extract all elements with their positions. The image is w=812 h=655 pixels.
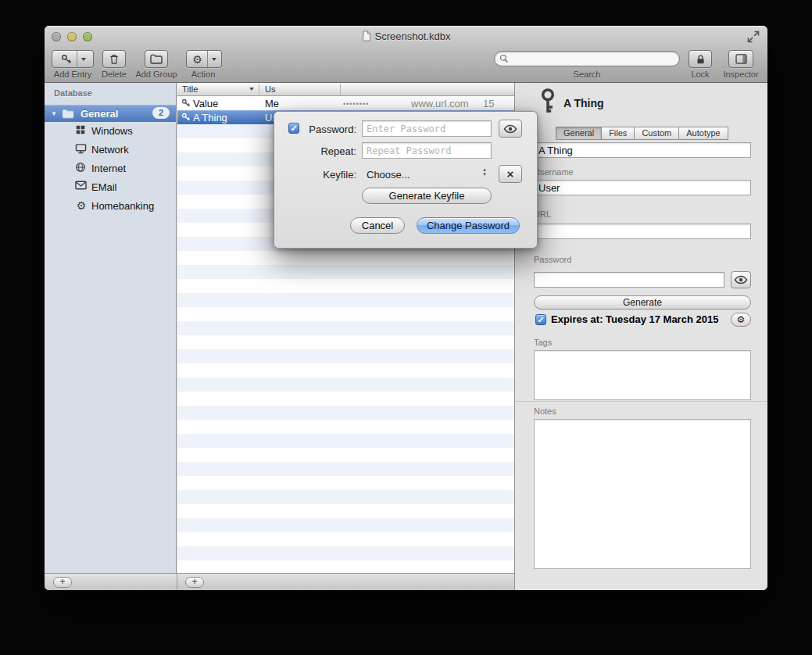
window-title: Screenshot.kdbx [45, 30, 767, 42]
popup-arrows-icon[interactable]: ▲ ▼ [482, 167, 487, 177]
add-entry-dropdown[interactable] [77, 51, 90, 67]
gear-icon: ⚙ [75, 199, 88, 212]
action-button[interactable]: ⚙ [186, 50, 222, 68]
dialog-repeat-label: Repeat: [290, 145, 356, 157]
group-label: General [80, 108, 118, 120]
entry-key-icon [537, 88, 559, 116]
sidebar-item-label: Internet [91, 163, 126, 174]
tab-autotype[interactable]: Autotype [678, 127, 728, 140]
table-row[interactable]: Value Me •••••••• www.url.com 15 [177, 96, 514, 110]
cell-title: Value [193, 98, 218, 109]
delete-button[interactable] [102, 50, 126, 68]
eye-icon [734, 275, 748, 285]
gear-icon: ⚙ [188, 51, 207, 67]
key-icon [181, 98, 191, 108]
expires-row: ✓ Expires at: Tuesday 17 March 2015 [535, 313, 718, 325]
add-group-label: Add Group [129, 70, 184, 79]
tab-general[interactable]: General [556, 127, 602, 140]
search-icon [499, 54, 509, 63]
username-label: Username [534, 167, 574, 177]
new-password-input[interactable] [362, 120, 492, 137]
cell-username: Me [265, 98, 279, 109]
tags-input[interactable] [534, 350, 751, 400]
inspector-pane: A Thing General Files Custom Autotype Us… [514, 83, 767, 590]
show-password-button[interactable] [499, 120, 522, 138]
title-field[interactable] [534, 142, 751, 158]
envelope-icon [75, 181, 88, 193]
folder-icon [150, 54, 163, 64]
sidebar-header: Database [54, 88, 92, 98]
username-field[interactable] [534, 180, 751, 195]
tab-files[interactable]: Files [601, 127, 635, 140]
column-header-username[interactable]: Us [265, 84, 275, 94]
add-group-plus-button[interactable]: + [53, 577, 72, 588]
document-icon [362, 30, 371, 41]
folder-icon [62, 109, 74, 119]
key-icon [181, 113, 191, 122]
arrow-down-icon: ▼ [482, 172, 487, 177]
key-icon [56, 51, 77, 67]
desktop: Screenshot.kdbx ⚙ [0, 0, 812, 655]
chevron-down-icon [81, 58, 86, 61]
sidebar-item-label: Homebanking [91, 200, 154, 212]
cell-modified: 15 [483, 98, 494, 109]
sidebar-item-email[interactable]: EMail [45, 177, 176, 196]
sidebar-item-homebanking[interactable]: ⚙ Homebanking [45, 196, 176, 215]
url-field[interactable] [534, 224, 751, 239]
reveal-password-button[interactable] [731, 271, 751, 288]
add-group-button[interactable] [145, 50, 168, 68]
clear-keyfile-button[interactable]: × [499, 165, 522, 183]
cell-url: www.url.com [411, 98, 469, 109]
sidebar-item-windows[interactable]: Windows [45, 121, 176, 140]
column-divider[interactable] [340, 84, 341, 95]
change-password-dialog: ✓ Password: Repeat: Keyfile: Choose... ▲… [274, 111, 538, 249]
action-dropdown[interactable] [207, 51, 220, 67]
tags-label: Tags [534, 338, 552, 347]
fullscreen-icon[interactable] [747, 30, 760, 43]
password-field[interactable] [534, 272, 724, 288]
tab-custom[interactable]: Custom [634, 127, 679, 140]
expires-settings-button[interactable]: ⚙ [731, 313, 751, 327]
monitor-icon [75, 143, 88, 156]
column-header-title[interactable]: Title [182, 84, 198, 94]
cancel-button[interactable]: Cancel [350, 217, 405, 234]
group-count-badge: 2 [152, 107, 170, 119]
inspector-tabs: General Files Custom Autotype [556, 127, 728, 140]
dialog-keyfile-label: Keyfile: [290, 169, 356, 181]
search-field[interactable] [494, 51, 680, 66]
generate-keyfile-button[interactable]: Generate Keyfile [362, 188, 492, 204]
sidebar-item-internet[interactable]: Internet [45, 159, 176, 177]
group-sidebar: Database ▼ General 2 Windows Network [45, 83, 177, 590]
add-entry-plus-button[interactable]: + [185, 577, 204, 588]
inspector-button[interactable] [728, 50, 753, 68]
password-label: Password [534, 255, 571, 264]
repeat-password-input[interactable] [362, 142, 492, 159]
add-entry-button[interactable] [52, 50, 94, 68]
notes-input[interactable] [534, 419, 751, 569]
action-label: Action [180, 70, 227, 79]
keyfile-popup[interactable]: Choose... [367, 169, 410, 181]
disclosure-triangle-icon[interactable]: ▼ [51, 110, 57, 117]
column-divider[interactable] [259, 84, 259, 95]
sort-indicator-icon [249, 88, 254, 91]
cell-title: A Thing [193, 112, 227, 123]
sidebar-item-network[interactable]: Network [45, 140, 176, 159]
sidebar-item-label: EMail [91, 181, 117, 193]
section-divider [515, 401, 767, 402]
search-input[interactable] [512, 53, 674, 64]
change-password-button[interactable]: Change Password [417, 217, 520, 234]
inspector-entry-title: A Thing [563, 97, 604, 109]
notes-label: Notes [534, 406, 556, 416]
pane-divider [177, 574, 177, 590]
globe-icon [75, 162, 88, 174]
dialog-password-label: Password: [290, 123, 356, 135]
sidebar-item-label: Network [91, 144, 129, 156]
search-label: Search [556, 70, 618, 79]
sidebar-group-general[interactable]: ▼ General 2 [45, 105, 176, 122]
entry-list-header: Title Us [177, 83, 514, 96]
generate-password-button[interactable]: Generate [534, 295, 751, 310]
expires-checkbox[interactable]: ✓ [535, 314, 546, 325]
eye-icon [503, 124, 517, 134]
lock-button[interactable] [689, 50, 712, 68]
cell-password: •••••••• [343, 100, 369, 108]
